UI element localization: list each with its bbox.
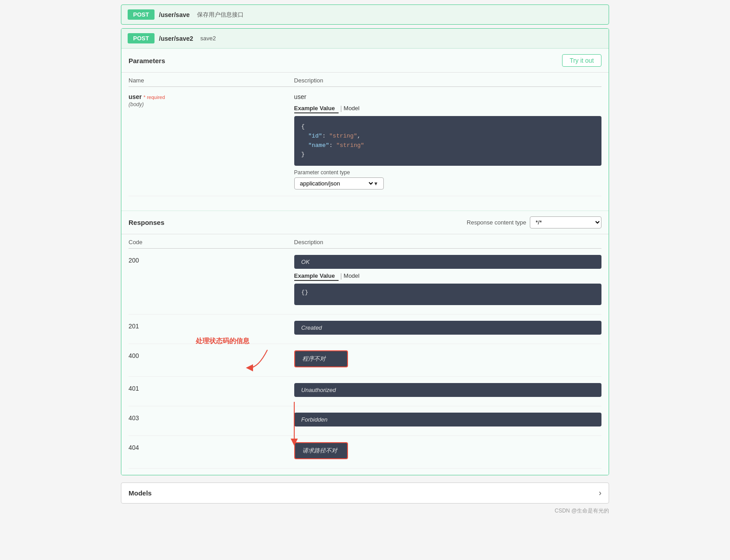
param-code-block: { "id": "string", "name": "string" } [294, 116, 601, 166]
param-desc-text: user [294, 93, 601, 100]
model-tab[interactable]: Model [344, 104, 363, 113]
response-desc-404: 请求路径不对 [294, 442, 601, 462]
endpoint-tag-main: save2 [200, 35, 216, 42]
content-type-select[interactable]: application/json ▾ [294, 177, 384, 190]
example-value-200: {} [294, 284, 601, 305]
col-code-header: Code [129, 239, 294, 246]
example-tabs: Example Value | Model [294, 104, 601, 113]
response-desc-201: Created [294, 321, 601, 337]
response-desc-400: 处理状态码的信息 程序不对 [294, 350, 601, 370]
params-table-header: Name Description [129, 73, 601, 87]
parameters-title: Parameters [129, 57, 165, 65]
responses-section: Responses Response content type */* Code… [121, 211, 609, 475]
required-badge: * required [144, 95, 165, 100]
response-code-201: 201 [129, 321, 294, 330]
response-row-401: 401 Unauthorized [129, 377, 601, 406]
response-label-404: 请求路径不对 [294, 442, 348, 459]
param-row: user* required (body) user Example Value… [129, 87, 601, 196]
endpoint-path-main: /user/save2 [159, 35, 193, 42]
watermark: CSDN @生命是有光的 [121, 504, 609, 518]
responses-table: Code Description 200 OK Example Value | … [121, 234, 609, 475]
response-code-404: 404 [129, 442, 294, 451]
try-it-out-button[interactable]: Try it out [562, 54, 601, 67]
response-row-201: 201 Created [129, 314, 601, 344]
response-code-401: 401 [129, 383, 294, 392]
parameters-section-header: Parameters Try it out [121, 49, 609, 73]
response-content-type-area: Response content type */* [467, 216, 601, 228]
content-type-dropdown[interactable]: application/json [298, 180, 374, 187]
response-ct-label: Response content type [467, 219, 526, 226]
endpoint-header[interactable]: POST /user/save2 save2 [121, 29, 609, 48]
response-label-401: Unauthorized [294, 383, 601, 397]
response-code-400: 400 [129, 350, 294, 359]
param-location: (body) [129, 101, 294, 108]
response-desc-403: Forbidden [294, 413, 601, 429]
response-desc-401: Unauthorized [294, 383, 601, 400]
models-chevron-icon: › [599, 488, 601, 498]
method-badge-top: POST [128, 9, 155, 20]
col-desc-header: Description [294, 77, 601, 84]
example-tabs-200: Example Value | Model [294, 271, 601, 281]
response-row-403: 403 Forbidden [129, 406, 601, 436]
models-section[interactable]: Models › [121, 482, 609, 504]
responses-section-header: Responses Response content type */* [121, 211, 609, 234]
col-desc-header-responses: Description [294, 239, 601, 246]
response-row-404: 404 [129, 436, 601, 469]
method-badge-main: POST [128, 33, 155, 43]
content-type-label: Parameter content type [294, 169, 601, 176]
example-value-tab[interactable]: Example Value [294, 104, 339, 113]
params-table: Name Description user* required (body) u… [121, 73, 609, 196]
response-code-403: 403 [129, 413, 294, 422]
expanded-endpoint: POST /user/save2 save2 Parameters Try it… [121, 28, 609, 475]
response-row-400: 400 处理状态码的信息 [129, 344, 601, 377]
endpoint-desc-top: 保存用户信息接口 [197, 11, 244, 19]
response-label-201: Created [294, 321, 601, 335]
response-ct-select[interactable]: */* [530, 216, 601, 228]
param-name-col: user* required (body) [129, 93, 294, 108]
model-tab-200[interactable]: Model [344, 271, 363, 281]
response-label-400: 程序不对 [294, 350, 348, 367]
response-row-200: 200 OK Example Value | Model {} [129, 249, 601, 314]
param-desc-col: user Example Value | Model { "id": "stri… [294, 93, 601, 190]
response-code-200: 200 [129, 255, 294, 264]
response-label-200: OK [294, 255, 601, 269]
models-title: Models [129, 489, 152, 497]
example-value-tab-200[interactable]: Example Value [294, 271, 339, 281]
param-name-text: user [129, 93, 142, 100]
responses-table-header: Code Description [129, 234, 601, 249]
endpoint-path-top: /user/save [159, 11, 190, 18]
response-label-403: Forbidden [294, 413, 601, 426]
parameters-panel: Parameters Try it out Name Description u… [121, 48, 609, 211]
param-name: user* required [129, 93, 294, 100]
col-name-header: Name [129, 77, 294, 84]
collapsed-endpoint[interactable]: POST /user/save 保存用户信息接口 [121, 4, 609, 25]
responses-title: Responses [129, 219, 164, 226]
response-desc-200: OK Example Value | Model {} [294, 255, 601, 308]
